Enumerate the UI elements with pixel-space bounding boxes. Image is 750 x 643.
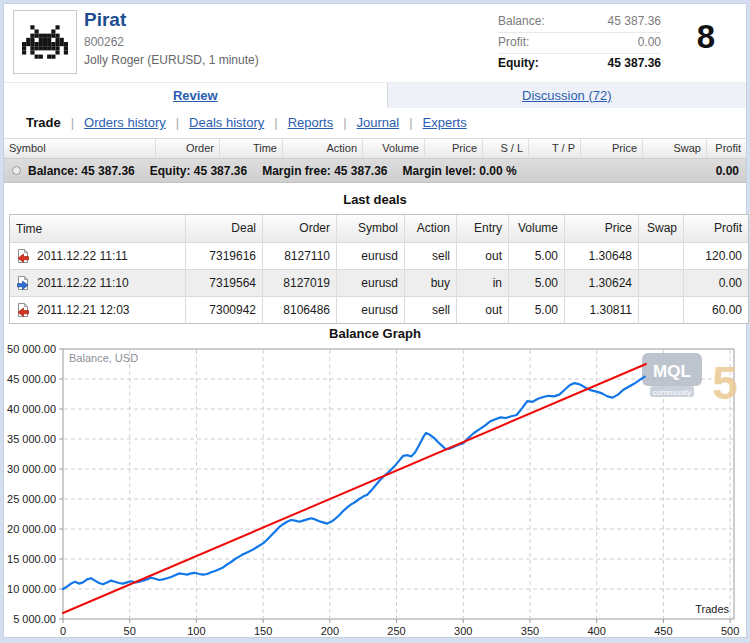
positions-col-header: S / L [483, 139, 529, 158]
deal-cell: 7319616 [186, 243, 263, 269]
positions-col-header: Action [283, 139, 363, 158]
stat-row: Balance:45 387.36 [498, 12, 661, 33]
svg-text:200: 200 [321, 625, 339, 637]
subnav-item-trade[interactable]: Trade [26, 115, 61, 130]
subnav-item-deals-history[interactable]: Deals history [189, 115, 264, 130]
deal-cell: 120.00 [684, 243, 748, 269]
stat-value: 45 387.36 [608, 12, 661, 32]
account-number: 800262 [84, 33, 259, 51]
subnav-separator: | [274, 115, 277, 130]
deal-in-icon [16, 275, 30, 291]
tab-label: Review [173, 88, 218, 103]
subnav-item-orders-history[interactable]: Orders history [84, 115, 166, 130]
subnav-item-reports[interactable]: Reports [288, 115, 334, 130]
deal-time: 2011.12.22 11:11 [37, 243, 128, 269]
summary-item: Equity: 45 387.36 [150, 164, 247, 178]
tab-label: Discussion (72) [522, 88, 612, 103]
tab-discussion[interactable]: Discussion (72) [388, 83, 746, 109]
positions-col-header: Time [220, 139, 283, 158]
positions-col-header: Price [581, 139, 643, 158]
deal-cell: 60.00 [684, 297, 748, 323]
deal-cell: 1.30811 [565, 297, 639, 323]
balance-summary-row: Balance: 45 387.36Equity: 45 387.36Margi… [4, 159, 746, 183]
subnav-item-experts[interactable]: Experts [423, 115, 467, 130]
svg-text:350: 350 [521, 625, 539, 637]
deal-cell: 7300942 [186, 297, 263, 323]
svg-text:40 000.00: 40 000.00 [7, 403, 56, 415]
deal-cell: 2011.12.21 12:03 [10, 297, 186, 323]
deal-cell: eurusd [337, 243, 405, 269]
deals-col-header: Price [565, 215, 639, 242]
deals-col-header: Volume [509, 215, 565, 242]
last-deals-title: Last deals [4, 192, 746, 207]
deal-cell: 2011.12.22 11:11 [10, 243, 186, 269]
position-marker-icon [12, 166, 21, 175]
deal-cell: out [457, 297, 509, 323]
deal-row: 2011.12.21 12:0373009428106486eurusdsell… [10, 296, 748, 323]
pirate-avatar-icon [22, 25, 68, 59]
svg-text:Trades: Trades [695, 603, 729, 615]
deal-out-icon [16, 302, 30, 318]
subnav-item-journal[interactable]: Journal [357, 115, 400, 130]
positions-table: SymbolOrderTimeActionVolumePriceS / LT /… [4, 138, 746, 183]
subnav-separator: | [176, 115, 179, 130]
tab-bar: ReviewDiscussion (72) [4, 82, 746, 109]
deal-cell: in [457, 270, 509, 296]
positions-col-header: Price [425, 139, 483, 158]
balance-graph-title: Balance Graph [4, 326, 746, 341]
svg-text:250: 250 [387, 625, 405, 637]
deals-col-header: Action [405, 215, 457, 242]
svg-text:35 000.00: 35 000.00 [7, 433, 56, 445]
positions-col-header: Symbol [4, 139, 156, 158]
deal-cell: 1.30648 [565, 243, 639, 269]
deal-cell: sell [405, 297, 457, 323]
deals-header-row: TimeDealOrderSymbolActionEntryVolumePric… [10, 215, 748, 242]
deal-cell: eurusd [337, 297, 405, 323]
balance-summary-text: Balance: 45 387.36Equity: 45 387.36Margi… [28, 164, 532, 178]
deal-cell: 8127019 [263, 270, 337, 296]
signal-title[interactable]: Pirat [84, 9, 259, 31]
svg-text:10 000.00: 10 000.00 [7, 583, 56, 595]
deals-col-header: Symbol [337, 215, 405, 242]
deal-cell: buy [405, 270, 457, 296]
deal-time: 2011.12.21 12:03 [37, 297, 130, 323]
svg-text:15 000.00: 15 000.00 [7, 553, 56, 565]
positions-col-header: T / P [529, 139, 581, 158]
deal-cell: sell [405, 243, 457, 269]
deal-row: 2011.12.22 11:1173196168127110eurusdsell… [10, 242, 748, 269]
svg-text:150: 150 [254, 625, 272, 637]
deal-time: 2011.12.22 11:10 [37, 270, 129, 296]
svg-text:50 000.00: 50 000.00 [7, 345, 56, 355]
deals-col-header: Order [263, 215, 337, 242]
deal-cell [639, 243, 684, 269]
deal-cell: eurusd [337, 270, 405, 296]
sub-navigation: Trade|Orders history|Deals history|Repor… [4, 108, 746, 138]
stat-label: Balance: [498, 12, 545, 32]
svg-text:0: 0 [60, 625, 66, 637]
svg-text:5: 5 [712, 357, 738, 409]
svg-text:400: 400 [588, 625, 606, 637]
deals-col-header: Deal [186, 215, 263, 242]
deal-cell: 8127110 [263, 243, 337, 269]
tab-review[interactable]: Review [4, 83, 388, 109]
stat-row: Equity:45 387.36 [498, 54, 661, 74]
svg-text:500: 500 [721, 625, 739, 637]
deals-col-header: Profit [684, 215, 748, 242]
svg-text:20 000.00: 20 000.00 [7, 523, 56, 535]
positions-col-header: Profit [707, 139, 746, 158]
signal-panel: Pirat 800262 Jolly Roger (EURUSD, 1 minu… [3, 3, 747, 638]
svg-text:community: community [653, 388, 692, 397]
deals-col-header: Swap [639, 215, 684, 242]
signal-subtitle: Jolly Roger (EURUSD, 1 minute) [84, 51, 259, 69]
positions-col-header: Volume [363, 139, 425, 158]
deal-cell: 0.00 [684, 270, 748, 296]
summary-item: Balance: 45 387.36 [28, 164, 135, 178]
summary-profit: 0.00 [716, 164, 746, 178]
stat-value: 0.00 [638, 33, 661, 53]
svg-text:50: 50 [124, 625, 136, 637]
rating-number: 8 [680, 18, 732, 56]
account-stats: Balance:45 387.36Profit:0.00Equity:45 38… [498, 12, 661, 74]
svg-text:300: 300 [454, 625, 472, 637]
subnav-separator: | [71, 115, 74, 130]
deal-cell [639, 270, 684, 296]
